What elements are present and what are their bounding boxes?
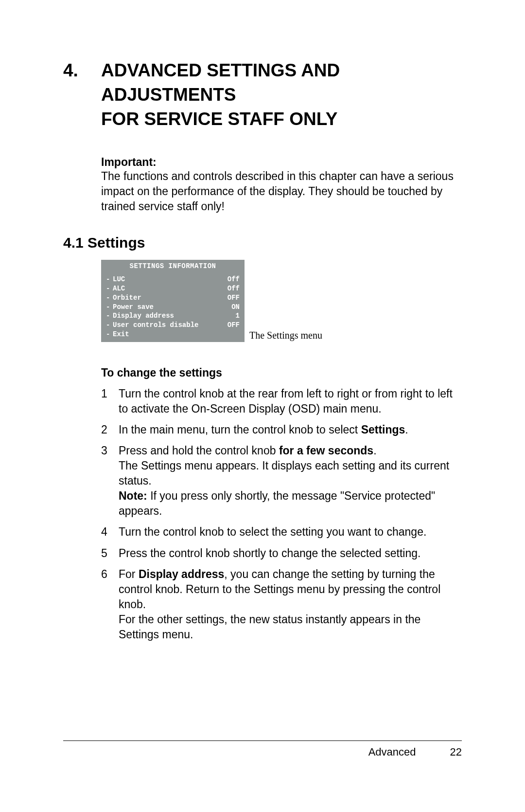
important-text: The functions and controls described in … bbox=[101, 169, 462, 214]
section-title: 4.1 Settings bbox=[63, 235, 462, 251]
chapter-number: 4. bbox=[63, 58, 101, 131]
osd-row-exit: -Exit bbox=[106, 330, 240, 339]
footer-section-label: Advanced bbox=[368, 746, 416, 758]
osd-row-luc: -LUCOff bbox=[106, 275, 240, 284]
osd-header: SETTINGS INFORMATION bbox=[106, 262, 240, 271]
page-footer: Advanced22 bbox=[63, 740, 462, 758]
osd-row-user-controls-disable: -User controls disableOFF bbox=[106, 321, 240, 330]
chapter-title-line2: FOR SERVICE STAFF ONLY bbox=[101, 107, 462, 131]
chapter-title: 4. ADVANCED SETTINGS AND ADJUSTMENTS FOR… bbox=[63, 58, 462, 131]
step-4: 4 Turn the control knob to select the se… bbox=[101, 524, 462, 540]
osd-row-alc: -ALCOff bbox=[106, 284, 240, 293]
osd-row-orbiter: -OrbiterOFF bbox=[106, 293, 240, 303]
footer-page-number: 22 bbox=[450, 746, 462, 758]
step-2: 2 In the main menu, turn the control kno… bbox=[101, 422, 462, 437]
step-6: 6 For Display address, you can change th… bbox=[101, 567, 462, 642]
step-5: 5 Press the control knob shortly to chan… bbox=[101, 546, 462, 561]
osd-caption: The Settings menu bbox=[249, 330, 322, 342]
footer-rule bbox=[63, 740, 462, 741]
section-name: Settings bbox=[88, 235, 145, 251]
section-number: 4.1 bbox=[63, 235, 84, 251]
osd-row-display-address: -Display address1 bbox=[106, 311, 240, 321]
osd-settings-menu: SETTINGS INFORMATION -LUCOff -ALCOff -Or… bbox=[101, 260, 245, 342]
important-label: Important: bbox=[101, 156, 462, 169]
steps-list: 1 Turn the control knob at the rear from… bbox=[101, 386, 462, 642]
chapter-title-line1: ADVANCED SETTINGS AND ADJUSTMENTS bbox=[101, 58, 462, 107]
important-block: Important: The functions and controls de… bbox=[101, 156, 462, 214]
osd-row-power-save: -Power saveON bbox=[106, 303, 240, 312]
subheading-change-settings: To change the settings bbox=[101, 366, 462, 379]
step-3: 3 Press and hold the control knob for a … bbox=[101, 443, 462, 519]
step-1: 1 Turn the control knob at the rear from… bbox=[101, 386, 462, 416]
